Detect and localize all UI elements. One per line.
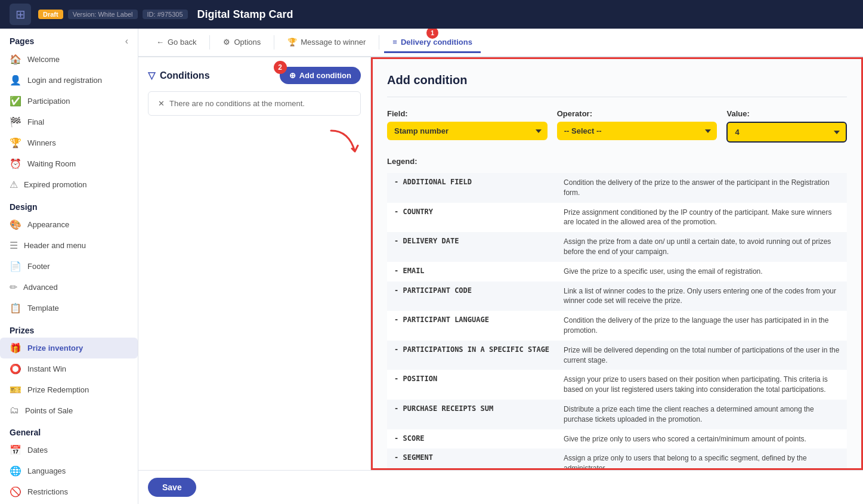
- sidebar-item-instant-win[interactable]: ⭕ Instant Win: [0, 358, 138, 379]
- tab-options[interactable]: ⚙ Options: [215, 33, 269, 53]
- sidebar-item-waiting-room[interactable]: ⏰ Waiting Room: [0, 153, 138, 174]
- dash-icon: -: [394, 375, 403, 383]
- topbar: ⊞ Draft Version: White Label ID: #975305…: [0, 0, 863, 29]
- restrictions-icon: 🚫: [10, 486, 21, 497]
- legend-description: Prize will be delivered depending on the…: [556, 341, 847, 370]
- sidebar-prizes-title: Prizes: [0, 319, 138, 338]
- conditions-title: ▽ Conditions: [148, 70, 210, 81]
- sidebar-item-label: Welcome: [27, 55, 60, 64]
- sidebar-item-label: Expired promotion: [24, 180, 87, 189]
- sidebar-item-prize-redemption[interactable]: 🎫 Prize Redemption: [0, 379, 138, 400]
- tab-divider-3: [379, 35, 379, 50]
- dash-icon: -: [394, 286, 403, 295]
- field-group-value: Value: 4: [726, 109, 847, 143]
- legend-key: - SCORE: [387, 429, 556, 449]
- conditions-panel: ▽ Conditions 2 ⊕ Add condition ✕ There a…: [138, 57, 371, 470]
- legend-description: Give the prize to a specific user, using…: [556, 262, 847, 282]
- sidebar-item-final[interactable]: 🏁 Final: [0, 112, 138, 132]
- back-icon: ←: [156, 38, 164, 47]
- bottom-bar: Save: [138, 470, 863, 504]
- options-icon: ⚙: [223, 38, 230, 47]
- sidebar-item-restrictions[interactable]: 🚫 Restrictions: [0, 481, 138, 502]
- tab-bar: ← Go back ⚙ Options 🏆 Message to winner …: [138, 29, 863, 57]
- content-area: ← Go back ⚙ Options 🏆 Message to winner …: [138, 29, 863, 504]
- sidebar-design-title: Design: [0, 195, 138, 214]
- inner-content: ▽ Conditions 2 ⊕ Add condition ✕ There a…: [138, 57, 863, 470]
- logo-icon: ⊞: [10, 4, 31, 25]
- sidebar-item-expired-promotion[interactable]: ⚠ Expired promotion: [0, 174, 138, 195]
- sidebar-item-dates[interactable]: 📅 Dates: [0, 440, 138, 460]
- legend-description: Prize assignment conditioned by the IP c…: [556, 203, 847, 233]
- tab-message-to-winner[interactable]: 🏆 Message to winner: [279, 33, 374, 53]
- fields-row: Field: Stamp number Operator: -- Select …: [387, 109, 847, 143]
- value-select[interactable]: 4: [726, 122, 847, 143]
- legend-row: - EMAILGive the prize to a specific user…: [387, 262, 847, 282]
- dash-icon: -: [394, 453, 403, 462]
- tab-label: Delivery conditions: [401, 38, 472, 47]
- field-select[interactable]: Stamp number: [387, 122, 548, 140]
- template-icon: 📋: [10, 302, 21, 314]
- legend-description: Link a list of winner codes to the prize…: [556, 282, 847, 311]
- sidebar-item-label: Header and menu: [24, 241, 86, 250]
- filter-icon: ▽: [148, 70, 155, 81]
- flag-icon: 🏁: [10, 116, 21, 128]
- calendar-icon: 📅: [10, 444, 21, 456]
- palette-icon: 🎨: [10, 219, 21, 230]
- legend-row: - DELIVERY DATEAssign the prize from a d…: [387, 232, 847, 262]
- legend-key: - DELIVERY DATE: [387, 232, 556, 262]
- dash-icon: -: [394, 208, 403, 216]
- tab-divider-2: [274, 35, 274, 50]
- sidebar-item-label: Instant Win: [27, 364, 66, 373]
- sidebar-item-footer[interactable]: 📄 Footer: [0, 256, 138, 277]
- save-button[interactable]: Save: [148, 478, 196, 497]
- operator-select[interactable]: -- Select --: [557, 122, 717, 140]
- dash-icon: -: [394, 316, 403, 324]
- sidebar-item-languages[interactable]: 🌐 Languages: [0, 460, 138, 481]
- sidebar-item-winners[interactable]: 🏆 Winners: [0, 132, 138, 153]
- sidebar-item-participation[interactable]: ✅ Participation: [0, 91, 138, 112]
- id-badge: ID: #975305: [143, 10, 188, 19]
- legend-key: - SEGMENT: [387, 449, 556, 470]
- page-title: Digital Stamp Card: [197, 8, 293, 21]
- field-group-field: Field: Stamp number: [387, 109, 548, 143]
- sidebar-item-prize-inventory[interactable]: 🎁 Prize inventory: [0, 338, 138, 358]
- delivery-icon: ≡: [392, 38, 397, 47]
- legend-table: - ADDITIONAL FIELDCondition the delivery…: [387, 173, 847, 470]
- sidebar-item-appearance[interactable]: 🎨 Appearance: [0, 214, 138, 235]
- grid-icon: 🗂: [10, 405, 19, 416]
- sidebar-item-template[interactable]: 📋 Template: [0, 298, 138, 319]
- sidebar-item-login[interactable]: 👤 Login and registration: [0, 70, 138, 91]
- plus-icon: ⊕: [289, 71, 296, 80]
- legend-row: - COUNTRYPrize assignment conditioned by…: [387, 203, 847, 233]
- legend-key: - PARTICIPANT LANGUAGE: [387, 311, 556, 341]
- sidebar-item-label: Appearance: [27, 220, 69, 229]
- legend-row: - SCOREGive the prize only to users who …: [387, 429, 847, 449]
- sidebar: Pages ‹ 🏠 Welcome 👤 Login and registrati…: [0, 29, 138, 504]
- operator-label: Operator:: [557, 109, 717, 118]
- arrow-indicator: [325, 128, 361, 157]
- sidebar-item-advanced[interactable]: ✏ Advanced: [0, 277, 138, 298]
- ticket-icon: 🎫: [10, 384, 21, 395]
- globe-icon: 🌐: [10, 465, 21, 477]
- legend-key: - COUNTRY: [387, 203, 556, 233]
- legend-key: - PURCHASE RECEIPTS SUM: [387, 400, 556, 429]
- sidebar-item-welcome[interactable]: 🏠 Welcome: [0, 49, 138, 70]
- legend-description: Distribute a prize each time the client …: [556, 400, 847, 429]
- dash-icon: -: [394, 345, 403, 354]
- gift-icon: 🎁: [10, 342, 21, 354]
- tab-go-back[interactable]: ← Go back: [148, 33, 205, 53]
- main-layout: Pages ‹ 🏠 Welcome 👤 Login and registrati…: [0, 29, 863, 504]
- tab-delivery-conditions[interactable]: ≡ Delivery conditions 1: [384, 33, 481, 53]
- sidebar-item-header-menu[interactable]: ☰ Header and menu: [0, 235, 138, 256]
- sidebar-collapse-button[interactable]: ‹: [125, 36, 128, 47]
- sidebar-item-label: Dates: [27, 446, 48, 454]
- add-condition-button[interactable]: 2 ⊕ Add condition: [280, 67, 361, 84]
- legend-row: - ADDITIONAL FIELDCondition the delivery…: [387, 173, 847, 203]
- sidebar-item-label: Prize Redemption: [27, 385, 89, 394]
- sidebar-item-points-of-sale[interactable]: 🗂 Points of Sale: [0, 400, 138, 420]
- legend-description: Assign your prize to users based on thei…: [556, 370, 847, 400]
- circle-icon: ⭕: [10, 363, 21, 375]
- field-label: Field:: [387, 109, 548, 118]
- legend-row: - SEGMENTAssign a prize only to users th…: [387, 449, 847, 470]
- dash-icon: -: [394, 434, 403, 443]
